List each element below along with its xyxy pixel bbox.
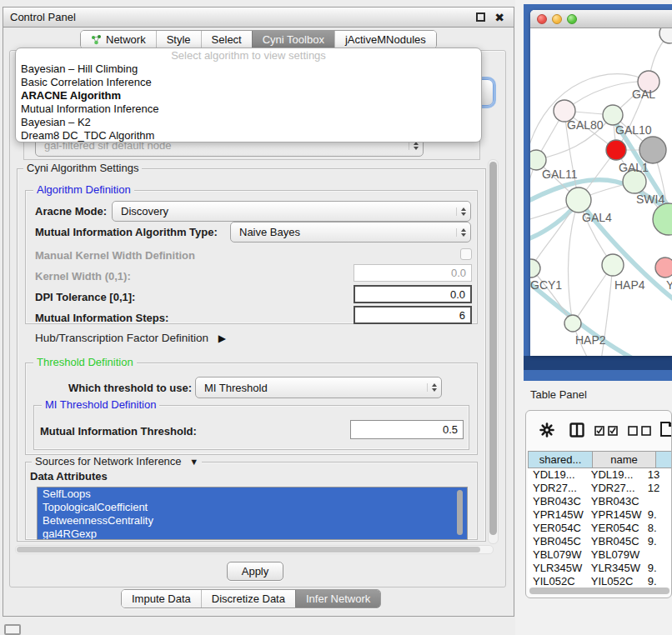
table-hscrollbar-thumb[interactable] xyxy=(529,588,669,594)
split-panel-icon[interactable] xyxy=(569,422,584,438)
network-node[interactable] xyxy=(530,259,540,278)
gear-icon[interactable] xyxy=(539,422,554,438)
table-cell[interactable]: YIL052C xyxy=(528,575,586,588)
algorithm-option[interactable]: Bayesian – Hill Climbing xyxy=(16,62,481,76)
minimize-window-button[interactable] xyxy=(552,14,562,24)
column-header-shared-name[interactable]: shared... xyxy=(528,451,593,468)
table-cell[interactable]: YDR27... xyxy=(528,482,586,495)
algorithm-option[interactable]: Mutual Information Inference xyxy=(16,102,481,116)
table-cell[interactable]: YDL19... xyxy=(528,468,586,482)
network-canvas[interactable]: GALGAL80GAL10GAL1GAL11SWI4GAL4GCY1HAP4YH… xyxy=(530,28,672,356)
table-row[interactable]: YLR345WYLR345W9. xyxy=(528,562,672,575)
which-threshold-combo[interactable]: MI Threshold xyxy=(195,377,442,398)
table-cell[interactable]: YBR045C xyxy=(528,535,586,548)
algorithm-option[interactable]: ARACNE Algorithm xyxy=(16,89,481,102)
network-node[interactable] xyxy=(603,105,623,125)
table-row[interactable]: YIL052CYIL052C9. xyxy=(528,575,672,588)
table-row[interactable]: YER054CYER054C8. xyxy=(528,522,672,535)
table-cell[interactable]: 9. xyxy=(643,508,672,522)
tab-impute-data[interactable]: Impute Data xyxy=(122,590,201,608)
tab-style[interactable]: Style xyxy=(156,31,201,48)
algorithm-option[interactable]: Basic Correlation Inference xyxy=(16,76,481,89)
select-all-columns-icon[interactable] xyxy=(594,426,618,436)
attribute-item[interactable]: SelfLoops xyxy=(38,488,467,501)
mi-steps-field[interactable]: 6 xyxy=(354,306,472,324)
manual-kernel-width-checkbox[interactable] xyxy=(460,248,472,260)
network-edge[interactable] xyxy=(568,200,579,323)
aracne-mode-combo[interactable]: Discovery xyxy=(112,201,471,222)
table-cell[interactable]: YIL052C xyxy=(586,575,643,588)
dpi-tolerance-field[interactable]: 0.0 xyxy=(354,285,472,303)
table-cell[interactable]: YBR043C xyxy=(586,495,643,508)
table-cell[interactable]: YBL079W xyxy=(528,548,586,562)
network-edge[interactable] xyxy=(530,74,649,153)
tab-infer-network[interactable]: Infer Network xyxy=(295,590,380,608)
table-cell[interactable] xyxy=(643,548,672,562)
hub-definition-expander[interactable]: Hub/Transcription Factor Definition ▶ xyxy=(35,332,226,344)
data-attributes-list[interactable]: SelfLoopsTopologicalCoefficientBetweenne… xyxy=(37,487,468,540)
table-cell[interactable]: 9. xyxy=(643,575,672,588)
chevron-updown-icon xyxy=(427,383,437,392)
algorithm-option[interactable]: Bayesian – K2 xyxy=(16,116,481,129)
attributes-scrollbar-thumb[interactable] xyxy=(457,490,463,535)
table-row[interactable]: YBR043CYBR043C xyxy=(528,495,672,508)
table-cell[interactable]: YPR145W xyxy=(528,508,586,522)
minimized-panel-icon[interactable] xyxy=(4,624,21,635)
close-window-button[interactable] xyxy=(537,14,547,24)
table-cell[interactable]: YLR345W xyxy=(528,562,586,575)
table-row[interactable]: YBL079WYBL079W xyxy=(528,548,672,562)
network-node[interactable] xyxy=(564,315,581,332)
network-node[interactable] xyxy=(639,137,666,163)
table-cell[interactable]: YDL19... xyxy=(586,468,643,482)
float-panel-icon[interactable] xyxy=(476,12,485,22)
network-canvas-svg[interactable]: GALGAL80GAL10GAL1GAL11SWI4GAL4GCY1HAP4YH… xyxy=(530,28,672,356)
column-header-name[interactable]: name xyxy=(593,451,656,468)
settings-hscrollbar-thumb[interactable] xyxy=(17,547,480,552)
table-row[interactable]: YBR045CYBR045C9. xyxy=(528,535,672,548)
tab-select[interactable]: Select xyxy=(201,31,252,48)
table-cell[interactable]: YLR345W xyxy=(586,562,643,575)
attribute-item[interactable]: BetweennessCentrality xyxy=(38,514,467,528)
tab-discretize-data[interactable]: Discretize Data xyxy=(201,590,295,608)
table-cell[interactable]: 12 xyxy=(643,482,672,495)
table-cell[interactable]: 9. xyxy=(643,562,672,575)
network-node[interactable] xyxy=(606,140,626,160)
table-cell[interactable]: YBL079W xyxy=(586,548,643,562)
tab-jactivemnodules[interactable]: jActiveMNodules xyxy=(334,31,436,48)
kernel-width-field[interactable]: 0.0 xyxy=(354,264,472,282)
mi-threshold-field[interactable]: 0.5 xyxy=(350,420,464,439)
network-node[interactable] xyxy=(602,254,624,276)
zoom-window-button[interactable] xyxy=(567,14,577,24)
table-row[interactable]: YDR27...YDR27...12 xyxy=(528,482,672,495)
table-cell[interactable] xyxy=(643,495,672,508)
network-node[interactable] xyxy=(655,258,672,278)
network-node[interactable] xyxy=(653,203,672,235)
sources-group-header[interactable]: Sources for Network Inference ▼ xyxy=(32,456,202,468)
table-row[interactable]: YPR145WYPR145W9. xyxy=(528,508,672,522)
table-cell[interactable]: YBR043C xyxy=(528,495,586,508)
algorithm-option[interactable]: Dream8 DC_TDC Algorithm xyxy=(16,129,481,142)
table-cell[interactable]: 9. xyxy=(643,535,672,548)
algorithm-dropdown-placeholder: Select algorithm to view settings xyxy=(16,49,481,62)
close-panel-icon[interactable]: ✖ xyxy=(494,10,504,25)
new-table-icon[interactable] xyxy=(659,421,672,438)
table-cell[interactable]: 13 xyxy=(643,468,672,482)
settings-scrollbar-thumb[interactable] xyxy=(489,162,497,535)
tab-cyni-toolbox[interactable]: Cyni Toolbox xyxy=(252,31,334,48)
table-cell[interactable]: YER054C xyxy=(528,522,586,535)
table-cell[interactable]: YER054C xyxy=(586,522,643,535)
table-cell[interactable]: YPR145W xyxy=(586,508,643,522)
network-node[interactable] xyxy=(566,188,591,212)
tab-network[interactable]: Network xyxy=(81,31,156,48)
table-cell[interactable]: YDR27... xyxy=(586,482,643,495)
network-node[interactable] xyxy=(659,28,672,43)
attribute-item[interactable]: gal4RGexp xyxy=(38,528,467,540)
table-cell[interactable]: 8. xyxy=(643,522,672,535)
apply-button[interactable]: Apply xyxy=(227,562,283,581)
deselect-all-columns-icon[interactable] xyxy=(628,426,651,436)
mi-algorithm-type-combo[interactable]: Naive Bayes xyxy=(230,222,471,242)
table-row[interactable]: YDL19...YDL19...13 xyxy=(528,468,672,482)
column-header-partial[interactable] xyxy=(656,451,672,468)
attribute-item[interactable]: TopologicalCoefficient xyxy=(38,501,467,514)
table-cell[interactable]: YBR045C xyxy=(586,535,643,548)
